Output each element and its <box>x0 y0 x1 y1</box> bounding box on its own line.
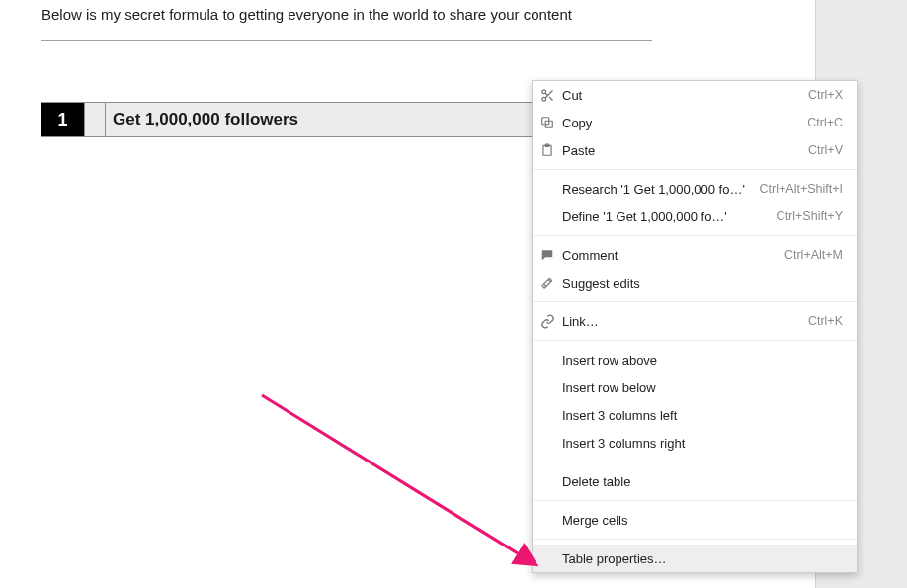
menu-label: Insert 3 columns left <box>562 408 843 423</box>
menu-label: Insert row above <box>562 353 843 368</box>
menu-item-insert-cols-left[interactable]: Insert 3 columns left <box>533 401 857 429</box>
copy-icon <box>540 116 562 129</box>
menu-separator <box>533 169 857 170</box>
suggest-edits-icon <box>540 276 562 290</box>
menu-label: Comment <box>562 248 775 263</box>
menu-separator <box>533 462 857 462</box>
menu-label: Insert 3 columns right <box>562 436 843 451</box>
menu-shortcut: Ctrl+Shift+Y <box>777 210 843 223</box>
menu-separator <box>533 235 857 236</box>
intro-paragraph: Below is my secret formula to getting ev… <box>41 6 572 23</box>
menu-label: Table properties… <box>562 551 843 566</box>
scissors-icon <box>540 88 562 103</box>
menu-label: Suggest edits <box>562 276 843 291</box>
menu-item-research[interactable]: Research '1 Get 1,000,000 fo…' Ctrl+Alt+… <box>533 175 857 203</box>
menu-item-insert-cols-right[interactable]: Insert 3 columns right <box>533 429 857 457</box>
link-icon <box>540 314 562 329</box>
menu-item-insert-row-above[interactable]: Insert row above <box>533 346 857 374</box>
svg-line-3 <box>549 97 552 100</box>
menu-label: Research '1 Get 1,000,000 fo…' <box>562 182 750 197</box>
menu-item-suggest-edits[interactable]: Suggest edits <box>533 269 857 296</box>
menu-label: Link… <box>562 314 798 329</box>
menu-item-merge-cells[interactable]: Merge cells <box>533 506 857 534</box>
menu-separator <box>533 301 857 302</box>
menu-label: Paste <box>562 143 798 158</box>
menu-item-copy[interactable]: Copy Ctrl+C <box>533 109 857 136</box>
menu-label: Merge cells <box>562 513 843 528</box>
menu-item-comment[interactable]: Comment Ctrl+Alt+M <box>533 241 857 269</box>
menu-shortcut: Ctrl+Alt+M <box>784 248 843 262</box>
context-menu: Cut Ctrl+X Copy Ctrl+C Paste Ctrl+V Rese… <box>532 80 858 573</box>
menu-separator <box>533 539 857 540</box>
menu-item-table-properties[interactable]: Table properties… <box>533 545 857 572</box>
viewport: Below is my secret formula to getting ev… <box>0 0 907 588</box>
step-spacer-cell[interactable] <box>85 103 106 136</box>
menu-shortcut: Ctrl+V <box>808 143 843 157</box>
step-number-cell[interactable]: 1 <box>41 103 85 136</box>
menu-shortcut: Ctrl+X <box>808 88 843 102</box>
menu-shortcut: Ctrl+K <box>808 314 843 328</box>
menu-item-cut[interactable]: Cut Ctrl+X <box>533 81 857 109</box>
horizontal-rule <box>41 40 652 41</box>
menu-item-define[interactable]: Define '1 Get 1,000,000 fo…' Ctrl+Shift+… <box>533 203 857 230</box>
menu-shortcut: Ctrl+C <box>807 116 843 129</box>
menu-separator <box>533 340 857 341</box>
menu-item-link[interactable]: Link… Ctrl+K <box>533 307 857 335</box>
menu-shortcut: Ctrl+Alt+Shift+I <box>760 182 843 196</box>
clipboard-icon <box>540 143 562 157</box>
menu-label: Cut <box>562 88 798 103</box>
menu-item-delete-table[interactable]: Delete table <box>533 467 857 495</box>
menu-label: Insert row below <box>562 380 843 395</box>
menu-label: Define '1 Get 1,000,000 fo…' <box>562 210 767 224</box>
menu-item-insert-row-below[interactable]: Insert row below <box>533 374 857 401</box>
menu-separator <box>533 500 857 501</box>
menu-label: Delete table <box>562 474 843 489</box>
svg-line-4 <box>545 93 547 95</box>
comment-icon <box>540 248 562 262</box>
menu-item-paste[interactable]: Paste Ctrl+V <box>533 136 857 164</box>
menu-label: Copy <box>562 116 797 130</box>
